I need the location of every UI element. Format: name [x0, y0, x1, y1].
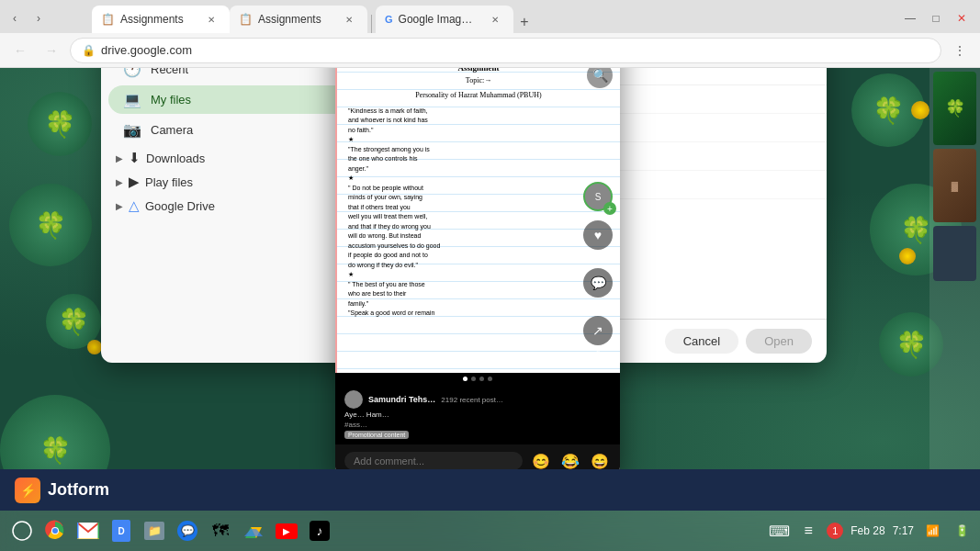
tab-favicon-1: 📋	[101, 13, 115, 26]
tab-title-3: Google Imag…	[399, 13, 473, 26]
sp-share-count: 4	[583, 347, 613, 356]
play-files-icon: ▶	[129, 174, 140, 190]
sp-line-16: if people do good and not to	[348, 251, 609, 261]
cancel-button[interactable]: Cancel	[665, 329, 738, 354]
address-bar[interactable]: 🔒 drive.google.com	[70, 38, 941, 63]
gold-dot-decoration	[899, 248, 916, 264]
downloads-icon: ⬇	[129, 150, 141, 166]
tab-favicon-2: 📋	[239, 13, 253, 26]
tab-close-1[interactable]: ✕	[204, 12, 219, 27]
tab-favicon-3: G	[385, 14, 393, 25]
tab-assignments-2[interactable]: 📋 Assignments ✕	[230, 6, 367, 33]
sp-share-button[interactable]: ↗	[583, 316, 613, 345]
back-button[interactable]: ←	[7, 38, 33, 63]
play-files-chevron-icon: ▶	[116, 177, 123, 187]
taskbar-home-button[interactable]	[7, 516, 37, 545]
sp-line-7: anger."	[348, 164, 609, 174]
fp-item-my-files-label: My files	[151, 93, 191, 107]
open-button[interactable]: Open	[746, 329, 812, 354]
jotform-bar: ⚡ Jotform	[0, 469, 980, 511]
tab-nav-forward[interactable]: ›	[28, 7, 50, 29]
sp-line-17: do wrong if they do evil."	[348, 261, 609, 271]
sp-user-row: Samundri Tehs… 2192 recent post…	[344, 390, 611, 409]
sp-comment-input[interactable]	[344, 452, 523, 470]
sp-image-container: Assignment Topic:→ Personality of Hazrat…	[335, 55, 620, 373]
sp-line-14: will do wrong. But instead	[348, 231, 609, 242]
social-post-overlay: ← — □ ✕ Assignment Topic:→ Personality o…	[335, 18, 620, 478]
taskbar-tiktok-icon[interactable]: ♪	[305, 516, 334, 545]
sp-line-21: family."	[348, 299, 609, 309]
tab-title-2: Assignments	[258, 13, 321, 26]
sp-user-avatar	[344, 390, 363, 409]
sp-dot-4	[488, 377, 492, 381]
taskbar-right: ⌨ ≡ 1 Feb 28 7:17 📶 🔋	[768, 520, 973, 542]
taskbar-files-icon[interactable]: 📁	[140, 516, 169, 545]
tab-google-images[interactable]: G Google Imag… ✕	[376, 6, 513, 33]
taskbar: D 📁 💬 🗺 ▶ ♪	[0, 511, 980, 551]
fp-group-google-drive-label: Google Drive	[145, 199, 215, 213]
sp-line-19: " The best of you are those	[348, 280, 609, 290]
sp-line-15: accustom yourselves to do good	[348, 242, 609, 252]
google-drive-chevron-icon: ▶	[116, 201, 123, 211]
camera-icon: 📷	[123, 121, 141, 139]
close-button[interactable]: ✕	[951, 7, 973, 29]
sp-bottom-info: Samundri Tehs… 2192 recent post… Aye… Ha…	[335, 385, 620, 444]
fp-item-camera-label: Camera	[151, 123, 193, 137]
sp-line-20: who are best to their	[348, 289, 609, 299]
maximize-button[interactable]: □	[925, 7, 947, 29]
sp-line-11: that if others treat you	[348, 203, 609, 213]
shamrock-decoration: 🍀	[28, 92, 92, 156]
sp-dot-2	[471, 377, 476, 381]
tab-separator	[371, 15, 372, 33]
sp-line-13: and that if they do wrong you	[348, 222, 609, 232]
taskbar-battery-icon[interactable]: 🔋	[951, 520, 973, 542]
sp-line-12: well you will treat them well,	[348, 212, 609, 222]
svg-point-3	[52, 528, 58, 534]
thumb-1: 🍀	[933, 72, 976, 145]
lock-icon: 🔒	[82, 44, 96, 57]
taskbar-messages-icon[interactable]: 💬	[173, 516, 202, 545]
forward-button[interactable]: →	[39, 38, 64, 63]
taskbar-chrome-icon[interactable]	[40, 516, 70, 545]
taskbar-keyboard-icon[interactable]: ⌨	[768, 520, 790, 542]
gold-dot-decoration	[911, 101, 929, 119]
taskbar-time: 7:17	[893, 524, 914, 537]
taskbar-date: Feb 28	[850, 524, 884, 537]
sp-line-3: no faith."	[348, 126, 609, 136]
browser-nav-bar: ← → 🔒 drive.google.com ⋮	[0, 33, 980, 68]
tab-close-3[interactable]: ✕	[488, 12, 502, 27]
sp-post-count: 2192 recent post…	[441, 396, 503, 404]
jotform-icon-char: ⚡	[20, 483, 36, 498]
browser-tab-bar: ‹ › 📋 Assignments ✕ 📋 Assignments ✕ G Go…	[0, 0, 980, 33]
new-tab-button[interactable]: +	[513, 11, 535, 33]
taskbar-gmail-icon[interactable]	[73, 516, 103, 545]
taskbar-docs-icon[interactable]: D	[107, 516, 136, 545]
taskbar-left: D 📁 💬 🗺 ▶ ♪	[7, 516, 334, 545]
sp-promo-badge: Promotional content	[344, 431, 409, 439]
taskbar-notification-badge: 1	[827, 523, 843, 539]
sp-dots-indicator	[335, 373, 620, 385]
sp-paper-content: Assignment Topic:→ Personality of Hazrat…	[348, 62, 609, 319]
thumb-3	[933, 226, 976, 281]
sp-line-4: ★	[348, 135, 609, 145]
tab-assignments-1[interactable]: 📋 Assignments ✕	[92, 6, 230, 33]
taskbar-maps-icon[interactable]: 🗺	[206, 516, 235, 545]
sp-paper-body: "Kindness is a mark of faith, and whoeve…	[348, 107, 609, 319]
fp-group-play-files-label: Play files	[145, 175, 193, 189]
notification-count: 1	[832, 525, 838, 536]
minimize-button[interactable]: —	[899, 7, 921, 29]
taskbar-drive-icon[interactable]	[239, 516, 268, 545]
tab-nav-back[interactable]: ‹	[4, 7, 26, 29]
sp-line-18: ★	[348, 270, 609, 280]
jotform-icon: ⚡	[15, 478, 40, 503]
taskbar-menu-icon[interactable]: ≡	[797, 520, 819, 542]
sp-username: Samundri Tehs…	[368, 395, 435, 404]
url-text: drive.google.com	[101, 43, 192, 57]
sp-line-22: "Speak a good word or remain	[348, 309, 609, 319]
thumb-2: ▓	[933, 149, 976, 222]
more-menu-button[interactable]: ⋮	[947, 38, 973, 63]
taskbar-wifi-icon[interactable]: 📶	[921, 520, 943, 542]
tab-close-2[interactable]: ✕	[342, 12, 356, 27]
sp-dot-1	[463, 377, 467, 381]
taskbar-youtube-icon[interactable]: ▶	[272, 516, 301, 545]
